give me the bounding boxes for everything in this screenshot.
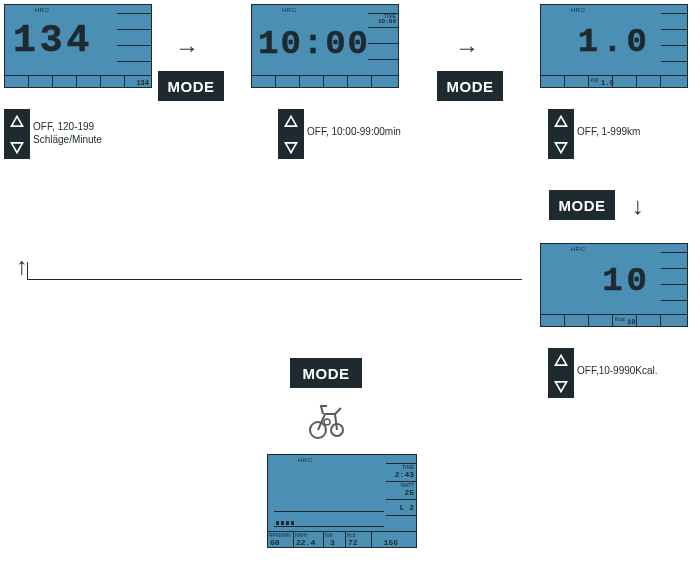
up-down-buttons[interactable] [548,109,574,159]
lcd-grid: TIME 10:00 [368,13,398,75]
svg-marker-5 [555,142,566,152]
hrc-label: HRC [571,246,586,252]
down-triangle-icon [284,140,298,154]
down-triangle-icon [554,379,568,393]
lcd-footer [252,75,398,87]
svg-marker-7 [555,381,566,391]
hrc-label: HRC [35,7,50,13]
up-triangle-icon [284,115,298,129]
desc-hrc-line2: Schläge/Minute [33,134,102,145]
run-watt-val: 25 [404,488,414,497]
arrow-down-icon: ↓ [632,192,644,220]
desc-kcal: OFF,10-9990Kcal. [577,364,658,377]
desc-hrc: OFF, 120-199 Schläge/Minute [33,120,102,146]
lcd-footer: RPM/MIN 60 KM/H 22.4 KM 3 Kcb 72 156 [268,531,416,547]
lcd-screen-kcal: HRC 10 Kcal 10 [540,243,688,327]
lcd-side-panel: TIME 2:43 WATT 25 L 2 [386,463,416,531]
lcd-footer: KM 1.0 [541,75,687,87]
desc-time: OFF, 10:00-99:00min [307,125,401,138]
arrow-right-icon: → [455,34,479,62]
mode-button[interactable]: MODE [437,71,503,101]
svg-marker-1 [11,142,22,152]
desc-hrc-line1: OFF, 120-199 [33,121,94,132]
hr-val: 156 [384,538,398,547]
mode-button[interactable]: MODE [158,71,224,101]
up-down-buttons[interactable] [4,109,30,159]
km-value: 1.0 [578,23,651,61]
lcd-footer: 134 [5,75,151,87]
flow-line [27,262,28,279]
time-side-val: 10:00 [378,18,396,25]
up-triangle-icon [554,115,568,129]
lcd-footer: Kcal 10 [541,314,687,326]
run-km-val: 3 [330,538,335,547]
svg-marker-3 [285,142,296,152]
lcd-grid [117,13,151,75]
run-level: L 2 [400,503,414,512]
flow-line [27,279,522,280]
down-triangle-icon [10,140,24,154]
svg-marker-4 [555,116,566,126]
kcal-value: 10 [602,262,651,300]
run-time-val: 2:43 [395,470,414,479]
hrc-label: HRC [298,457,313,463]
mode-button[interactable]: MODE [290,358,362,388]
down-triangle-icon [554,140,568,154]
svg-marker-0 [11,116,22,126]
hrc-label: HRC [571,7,586,13]
up-triangle-icon [10,115,24,129]
svg-point-10 [324,419,330,425]
up-down-buttons[interactable] [278,109,304,159]
lcd-screen-hrc: HRC 134 134 [4,4,152,88]
lcd-grid [661,13,687,75]
desc-km: OFF, 1-999km [577,125,640,138]
mode-button[interactable]: MODE [549,190,615,220]
hrc-small: 134 [136,79,149,87]
hrc-value: 134 [13,19,93,62]
svg-marker-2 [285,116,296,126]
lcd-screen-run: HRC TIME 2:43 WATT 25 L 2 RPM/MIN 60 KM/… [267,454,417,548]
hrc-label: HRC [282,7,297,13]
arrow-right-icon: → [175,34,199,62]
exercise-bike-icon [305,400,349,440]
svg-marker-6 [555,355,566,365]
kcb-val: 72 [348,538,358,547]
up-triangle-icon [554,354,568,368]
time-value: 10:00 [258,25,370,63]
rpm-val: 60 [270,538,280,547]
kmh-val: 22.4 [296,538,315,547]
lcd-screen-time: HRC 10:00 TIME 10:00 [251,4,399,88]
up-down-buttons[interactable] [548,348,574,398]
lcd-screen-km: HRC 1.0 KM 1.0 [540,4,688,88]
lcd-grid [661,252,687,314]
run-bargraph [274,511,384,527]
